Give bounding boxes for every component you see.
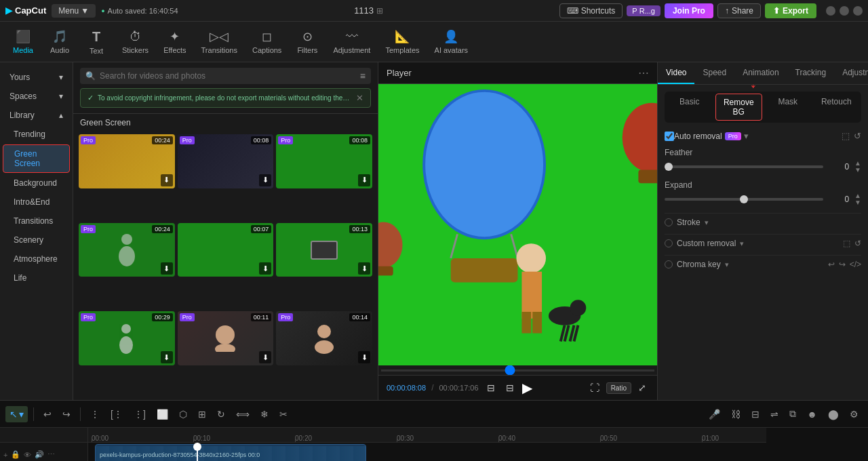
tl-dots-button[interactable]: ⬤: [824, 406, 843, 422]
media-card-6[interactable]: Pro 00:29 ⬇: [79, 311, 175, 365]
tool-transitions[interactable]: ▷◁ Transitions: [195, 25, 244, 58]
track-1-audio-btn[interactable]: 🔊: [34, 449, 45, 460]
window-maximize[interactable]: [840, 6, 849, 16]
card-download-4[interactable]: ⬇: [259, 262, 271, 275]
tool-media[interactable]: ⬛ Media: [5, 25, 41, 58]
tool-effects[interactable]: ✦ Effects: [157, 25, 193, 58]
project-view-toggle[interactable]: ⊞: [376, 6, 383, 16]
custom-removal-section[interactable]: Custom removal ▾ ⬚ ↺: [665, 234, 861, 252]
tool-text[interactable]: T Text: [79, 25, 114, 59]
tab-video[interactable]: Video: [658, 62, 694, 84]
media-filter-button[interactable]: ≡: [360, 71, 366, 81]
auto-removal-toggle[interactable]: [665, 132, 674, 141]
tl-freeze-button[interactable]: ❄: [256, 406, 273, 422]
tl-undo-button[interactable]: ↩: [39, 406, 56, 422]
join-pro-button[interactable]: Join Pro: [665, 3, 713, 18]
left-item-transitions-lib[interactable]: Transitions: [3, 212, 70, 230]
sub-tab-basic[interactable]: Basic: [667, 94, 713, 121]
info-close-button[interactable]: ✕: [356, 93, 363, 103]
export-button[interactable]: ⬆ Export: [765, 3, 816, 18]
left-item-yours[interactable]: Yours▾: [3, 68, 70, 86]
play-button[interactable]: ▶: [522, 380, 532, 396]
tl-cursor-tool[interactable]: ↖▾: [5, 406, 28, 422]
tool-ai-avatars[interactable]: 👤 AI avatars: [428, 25, 475, 58]
player-scrubber[interactable]: [378, 365, 657, 375]
stroke-section[interactable]: Stroke ▾: [665, 213, 861, 231]
chroma-key-code[interactable]: </>: [850, 260, 861, 269]
left-item-trending[interactable]: Trending: [3, 125, 70, 143]
tab-adjustment[interactable]: Adjustment: [834, 62, 868, 84]
tl-trim-start-button[interactable]: [⋮: [106, 406, 127, 422]
card-download-3[interactable]: ⬇: [161, 262, 173, 275]
menu-button[interactable]: Menu ▼: [52, 4, 96, 18]
media-search-input[interactable]: [100, 71, 356, 81]
media-card-2[interactable]: Pro 00:08 ⬇: [276, 134, 372, 188]
track-1-eye-btn[interactable]: 👁: [23, 450, 32, 460]
tool-stickers[interactable]: ⏱ Stickers: [115, 26, 155, 58]
share-button[interactable]: ↑ Share: [717, 3, 761, 18]
track-1-more-btn[interactable]: ⋯: [47, 449, 56, 460]
tool-templates[interactable]: 📐 Templates: [378, 25, 426, 58]
tl-overlay-button[interactable]: ⧉: [785, 405, 800, 422]
media-card-7[interactable]: Pro 00:11 ⬇: [178, 311, 274, 365]
media-card-0[interactable]: Pro 00:24 ⬇: [79, 134, 175, 188]
tool-audio[interactable]: 🎵 Audio: [42, 25, 77, 58]
shortcuts-button[interactable]: ⌨ Shortcuts: [559, 3, 623, 18]
frame-forward-button[interactable]: ⊟: [503, 381, 517, 395]
tool-adjustment[interactable]: 〰 Adjustment: [326, 26, 377, 58]
left-item-life[interactable]: Life: [3, 269, 70, 287]
tl-split-button[interactable]: ⋮: [86, 406, 104, 422]
tl-multi-button[interactable]: ⊟: [747, 406, 764, 422]
left-item-intro-end[interactable]: Intro&End: [3, 193, 70, 211]
tab-animation[interactable]: Animation: [734, 62, 787, 84]
tl-crop2-button[interactable]: ✂: [275, 406, 292, 422]
tool-captions[interactable]: ◻ Captions: [245, 25, 288, 58]
tl-connect-button[interactable]: ⇌: [766, 406, 783, 422]
sub-tab-mask[interactable]: Mask: [765, 94, 811, 121]
feather-slider[interactable]: [665, 165, 823, 168]
auto-removal-reset-btn[interactable]: ↺: [854, 131, 861, 141]
track-1-lock-btn[interactable]: 🔒: [10, 449, 21, 460]
chroma-key-redo[interactable]: ↪: [839, 260, 846, 269]
auto-removal-expand-icon[interactable]: ▾: [744, 131, 749, 141]
card-download-0[interactable]: ⬇: [161, 174, 173, 186]
player-menu-button[interactable]: ⋯: [638, 66, 649, 79]
tl-settings-button[interactable]: ⚙: [846, 406, 863, 422]
media-card-1[interactable]: Pro 00:08 ⬇: [178, 134, 274, 188]
sub-tab-retouch[interactable]: Retouch: [814, 94, 860, 121]
media-card-8[interactable]: Pro 00:14 ⬇: [276, 311, 372, 365]
card-download-6[interactable]: ⬇: [161, 351, 173, 363]
chroma-key-section[interactable]: Chroma key ▾ ↩ ↪ </>: [665, 255, 861, 273]
frame-back-button[interactable]: ⊟: [484, 381, 498, 395]
custom-removal-copy[interactable]: ⬚: [843, 239, 850, 248]
card-download-8[interactable]: ⬇: [358, 351, 370, 363]
left-item-scenery[interactable]: Scenery: [3, 231, 70, 249]
left-item-atmosphere[interactable]: Atmosphere: [3, 250, 70, 268]
pro-profile[interactable]: P R...g: [627, 5, 660, 16]
tl-redo-button[interactable]: ↪: [58, 406, 75, 422]
expand-down[interactable]: ▼: [854, 199, 861, 206]
media-card-4[interactable]: 00:07 ⬇: [178, 223, 274, 277]
left-item-library[interactable]: Library▴: [3, 106, 70, 124]
scrubber-input[interactable]: [381, 369, 654, 372]
window-close[interactable]: [853, 6, 863, 16]
timeline-playhead[interactable]: [197, 443, 198, 461]
fullscreen-button[interactable]: ⤢: [635, 381, 649, 395]
card-download-7[interactable]: ⬇: [259, 351, 271, 363]
tl-rotate-button[interactable]: ↻: [213, 406, 229, 422]
left-item-background[interactable]: Background: [3, 174, 70, 192]
tl-mirror-button[interactable]: ⟺: [232, 406, 254, 422]
auto-removal-copy-btn[interactable]: ⬚: [842, 131, 850, 141]
tl-crop-button[interactable]: ⬡: [175, 406, 191, 422]
feather-down[interactable]: ▼: [854, 167, 861, 174]
tab-tracking[interactable]: Tracking: [787, 62, 835, 84]
card-download-2[interactable]: ⬇: [358, 174, 370, 186]
card-download-5[interactable]: ⬇: [358, 262, 370, 275]
media-card-5[interactable]: 00:13 ⬇: [276, 223, 372, 277]
tool-filters[interactable]: ⊙ Filters: [290, 25, 325, 58]
left-item-spaces[interactable]: Spaces▾: [3, 87, 70, 105]
custom-removal-reset[interactable]: ↺: [854, 239, 861, 248]
chroma-key-undo[interactable]: ↩: [828, 260, 835, 269]
sub-tab-remove-bg[interactable]: Remove BG: [715, 94, 763, 121]
tab-speed[interactable]: Speed: [694, 62, 734, 84]
